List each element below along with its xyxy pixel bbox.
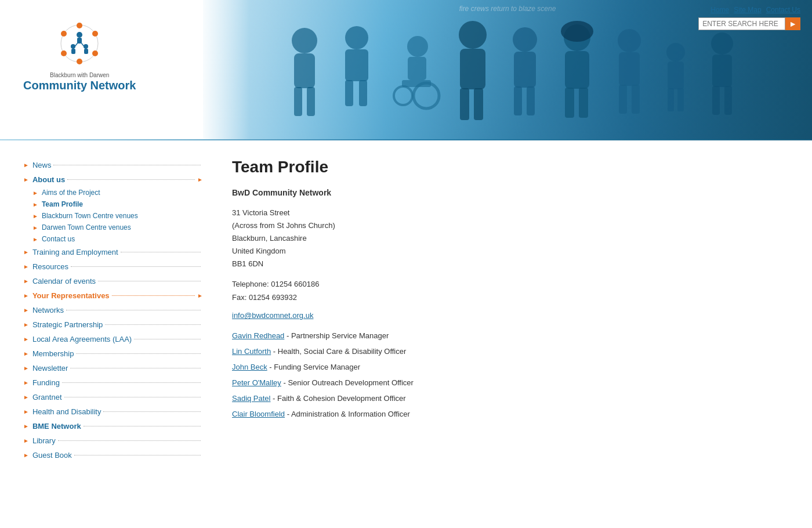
staff-role: - Faith & Cohesion Development Officer xyxy=(271,394,406,403)
fax: Fax: 01254 693932 xyxy=(232,293,789,302)
arrow-icon: ► xyxy=(23,307,29,313)
svg-rect-17 xyxy=(294,87,302,116)
staff-link[interactable]: John Beck xyxy=(232,363,267,371)
sidebar-item-calendar[interactable]: ► Calendar of events xyxy=(23,274,203,288)
sidebar-item-membership[interactable]: ► Membership xyxy=(23,346,203,361)
sidebar-item-aims[interactable]: ► Aims of the Project xyxy=(32,187,203,198)
svg-rect-44 xyxy=(632,85,640,114)
dots-divider xyxy=(134,339,201,339)
sidebar-item-health[interactable]: ► Health and Disability xyxy=(23,404,203,419)
dots-divider xyxy=(67,179,195,180)
sidebar-label: Local Area Agreements (LAA) xyxy=(32,335,132,343)
sidebar-item-networks[interactable]: ► Networks xyxy=(23,303,203,317)
svg-rect-48 xyxy=(677,88,684,111)
staff-item: Peter O'Malley - Senior Outreach Develop… xyxy=(232,378,789,387)
dots-divider xyxy=(70,368,201,368)
address-line-1: 31 Victoria Street xyxy=(232,207,789,219)
svg-point-28 xyxy=(459,21,487,49)
top-nav-links: Home Site Map Contact Us xyxy=(698,6,800,14)
staff-link[interactable]: Sadiq Patel xyxy=(232,394,271,403)
svg-point-26 xyxy=(394,86,412,105)
svg-rect-42 xyxy=(619,52,640,86)
sidebar-label: Training and Employment xyxy=(32,248,118,256)
staff-link[interactable]: Clair Bloomfield xyxy=(232,410,285,418)
address-line-2: (Across from St Johns Church) xyxy=(232,219,789,232)
dots-divider xyxy=(66,310,201,310)
svg-point-37 xyxy=(561,21,593,42)
sidebar-label: Strategic Partnership xyxy=(32,320,103,329)
sidebar-item-funding[interactable]: ► Funding xyxy=(23,375,203,390)
sidebar-item-news[interactable]: ► News xyxy=(23,158,203,172)
contact-link[interactable]: Contact Us xyxy=(766,6,800,14)
sidebar-item-representatives[interactable]: ► Your Representatives ► xyxy=(23,288,203,303)
svg-rect-47 xyxy=(668,88,674,111)
svg-rect-27 xyxy=(402,80,431,87)
sidebar-item-strategic[interactable]: ► Strategic Partnership xyxy=(23,317,203,332)
svg-point-49 xyxy=(711,32,733,55)
sidebar-item-team-profile[interactable]: ► Team Profile xyxy=(32,198,203,210)
staff-role: - Administration & Information Officer xyxy=(285,410,410,418)
org-name: BwD Community Network xyxy=(232,188,789,197)
sidebar-item-about[interactable]: ► About us ► xyxy=(23,172,203,187)
dots-divider xyxy=(64,397,201,397)
sidebar-sub-nav: ► Aims of the Project ► Team Profile ► B… xyxy=(23,187,203,245)
svg-point-2 xyxy=(92,31,98,37)
sidebar-item-library[interactable]: ► Library xyxy=(23,433,203,448)
arrow-icon: ► xyxy=(23,176,29,183)
sidebar-label: BME Network xyxy=(32,422,81,431)
page-title: Team Profile xyxy=(232,158,789,176)
svg-rect-22 xyxy=(359,80,367,106)
search-button[interactable]: ► xyxy=(785,17,800,30)
staff-link[interactable]: Lin Cutforth xyxy=(232,347,271,356)
staff-list: Gavin Redhead - Partnership Service Mana… xyxy=(232,331,789,418)
sidebar-item-darwen-venues[interactable]: ► Darwen Town Centre venues xyxy=(32,222,203,233)
logo-icon xyxy=(48,17,111,70)
svg-rect-38 xyxy=(565,51,589,89)
svg-rect-46 xyxy=(668,62,684,89)
address-block: 31 Victoria Street (Across from St Johns… xyxy=(232,207,789,270)
svg-rect-40 xyxy=(579,88,588,118)
svg-point-15 xyxy=(292,28,317,53)
home-link[interactable]: Home xyxy=(710,6,729,14)
svg-rect-18 xyxy=(307,87,315,116)
logo-area: Blackburn with Darwen Community Network xyxy=(23,17,136,92)
dots-divider xyxy=(58,440,201,441)
sidebar-item-laa[interactable]: ► Local Area Agreements (LAA) xyxy=(23,332,203,346)
svg-rect-30 xyxy=(460,88,469,120)
sidebar-label: Contact us xyxy=(42,235,75,243)
sidebar-item-newsletter[interactable]: ► Newsletter xyxy=(23,361,203,375)
svg-rect-24 xyxy=(408,57,426,80)
sidebar-item-training[interactable]: ► Training and Employment xyxy=(23,245,203,259)
svg-point-6 xyxy=(61,31,67,37)
svg-point-32 xyxy=(513,27,537,52)
sidebar-label: Darwen Town Centre venues xyxy=(42,223,131,232)
telephone: Telephone: 01254 660186 xyxy=(232,280,789,288)
sidebar-item-guestbook[interactable]: ► Guest Book xyxy=(23,448,203,462)
sitemap-link[interactable]: Site Map xyxy=(734,6,761,14)
sidebar-item-contact[interactable]: ► Contact us xyxy=(32,233,203,245)
arrow-icon: ► xyxy=(23,365,29,371)
right-arrow-icon: ► xyxy=(197,292,203,299)
sidebar-label: Grantnet xyxy=(32,393,62,402)
arrow-icon: ► xyxy=(23,249,29,255)
dots-divider xyxy=(76,353,201,354)
email-link[interactable]: info@bwdcomnet.org.uk xyxy=(232,311,789,320)
sidebar-label: Your Representatives xyxy=(32,291,110,300)
sidebar-item-blackburn-venues[interactable]: ► Blackburn Town Centre venues xyxy=(32,210,203,222)
search-input[interactable] xyxy=(698,17,785,30)
staff-link[interactable]: Peter O'Malley xyxy=(232,378,281,387)
right-arrow-icon: ► xyxy=(197,176,203,183)
sidebar-label: Aims of the Project xyxy=(42,189,100,197)
svg-rect-12 xyxy=(84,49,88,54)
sidebar-item-bme[interactable]: ► BME Network xyxy=(23,419,203,433)
main-layout: ► News ► About us ► ► Aims of the Projec… xyxy=(0,152,812,500)
arrow-icon: ► xyxy=(23,437,29,444)
sidebar-item-grantnet[interactable]: ► Grantnet xyxy=(23,390,203,404)
dots-divider xyxy=(98,281,201,281)
staff-item: Sadiq Patel - Faith & Cohesion Developme… xyxy=(232,394,789,403)
sidebar-item-resources[interactable]: ► Resources xyxy=(23,259,203,274)
content-area: Team Profile BwD Community Network 31 Vi… xyxy=(215,152,812,500)
dots-divider xyxy=(74,455,201,455)
arrow-icon: ► xyxy=(23,263,29,270)
staff-link[interactable]: Gavin Redhead xyxy=(232,331,284,340)
